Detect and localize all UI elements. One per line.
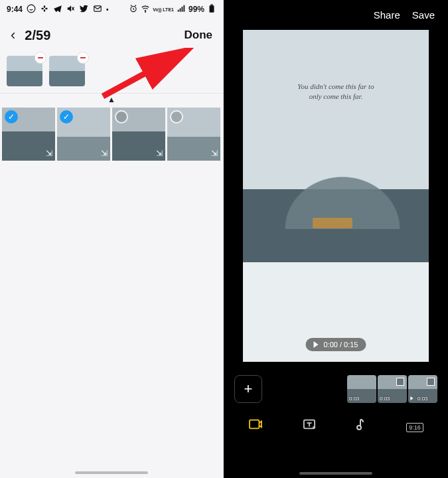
remove-selected-icon[interactable] — [35, 52, 46, 64]
done-button[interactable]: Done — [185, 29, 213, 42]
timeline-clip[interactable]: 0:03 — [347, 375, 376, 403]
preview-area: You didn't come this far to only come th… — [224, 30, 448, 368]
timeline-clip[interactable]: 0:03 — [378, 375, 407, 403]
expand-icon[interactable]: ⇲ — [156, 149, 163, 158]
photo-grid-item[interactable]: ✓ ⇲ — [57, 108, 110, 161]
selected-thumb[interactable] — [7, 56, 42, 86]
home-indicator — [299, 472, 372, 475]
alarm-icon — [129, 4, 138, 15]
play-icon — [410, 396, 413, 400]
clip-duration: 0:03 — [349, 396, 360, 402]
svg-point-19 — [357, 426, 361, 430]
twitter-icon — [80, 4, 89, 15]
signal-icon — [177, 4, 186, 15]
play-icon[interactable] — [314, 341, 319, 348]
clip-strip: 0:03 0:03 0:03 — [347, 375, 437, 403]
clip-duration: 0:03 — [417, 396, 428, 402]
svg-rect-11 — [180, 8, 181, 11]
selected-thumbnails-row — [0, 56, 223, 93]
home-indicator — [75, 471, 148, 474]
status-time: 9:44 — [7, 5, 23, 14]
more-dot-icon: • — [106, 6, 109, 13]
svg-rect-13 — [183, 5, 185, 11]
clip-duration: 0:03 — [380, 396, 390, 402]
photo-grid-item[interactable]: ⇲ — [112, 108, 165, 161]
video-preview[interactable]: You didn't come this far to only come th… — [243, 30, 429, 362]
svg-rect-2 — [45, 7, 48, 9]
svg-rect-12 — [182, 7, 183, 12]
telegram-icon — [53, 4, 62, 15]
add-clip-button[interactable]: + — [234, 375, 262, 403]
unchecked-circle-icon[interactable] — [115, 110, 128, 123]
back-button[interactable]: ‹ — [11, 27, 15, 44]
save-button[interactable]: Save — [412, 9, 435, 21]
editor-header: Share Save — [224, 0, 448, 30]
svg-rect-15 — [210, 4, 213, 5]
svg-rect-17 — [250, 420, 259, 429]
wifi-icon — [141, 4, 150, 15]
lte-label: Vo)) LTE1 — [153, 7, 174, 12]
svg-rect-10 — [178, 9, 179, 11]
remove-selected-icon[interactable] — [77, 52, 89, 64]
expand-icon[interactable]: ⇲ — [46, 149, 52, 158]
svg-point-9 — [145, 11, 146, 12]
selected-thumb[interactable] — [49, 56, 85, 86]
share-button[interactable]: Share — [374, 9, 400, 21]
preview-scenery — [313, 218, 352, 228]
overlay-quote-text: You didn't come this far to only come th… — [243, 82, 429, 102]
photo-grid: ✓ ⇲ ✓ ⇲ ⇲ ⇲ — [0, 106, 223, 163]
picker-header: ‹ 2/59 Done — [0, 19, 223, 56]
photo-picker-screen: 9:44 • — [0, 0, 224, 478]
svg-point-0 — [27, 5, 35, 13]
video-tool-icon[interactable] — [248, 418, 263, 434]
collapse-caret-icon[interactable]: ▲ — [0, 93, 223, 106]
playback-time: 0:00 / 0:15 — [324, 341, 358, 349]
playback-bar[interactable]: 0:00 / 0:15 — [306, 338, 366, 351]
aspect-ratio-button[interactable]: 9:16 — [406, 419, 423, 433]
unchecked-circle-icon[interactable] — [170, 110, 183, 123]
transition-icon[interactable] — [396, 378, 404, 386]
svg-rect-1 — [41, 7, 44, 9]
battery-pct: 99% — [188, 5, 204, 14]
editor-toolbar: 9:16 — [224, 408, 448, 441]
whatsapp-icon — [27, 4, 36, 15]
expand-icon[interactable]: ⇲ — [211, 149, 218, 158]
status-bar: 9:44 • — [0, 0, 223, 19]
transition-icon[interactable] — [427, 378, 435, 386]
selection-counter: 2/59 — [25, 28, 50, 43]
slack-icon — [40, 4, 49, 15]
music-tool-icon[interactable] — [356, 418, 368, 434]
battery-icon — [207, 4, 216, 15]
text-tool-icon[interactable] — [302, 418, 317, 434]
checkmark-icon[interactable]: ✓ — [5, 110, 18, 123]
svg-rect-4 — [44, 9, 45, 12]
video-editor-screen: Share Save You didn't come this far to o… — [224, 0, 448, 478]
photo-grid-item[interactable]: ✓ ⇲ — [2, 108, 55, 161]
timeline-row: + 0:03 0:03 0:03 — [224, 368, 448, 408]
expand-icon[interactable]: ⇲ — [101, 149, 108, 158]
mail-icon — [93, 4, 102, 15]
checkmark-icon[interactable]: ✓ — [60, 110, 73, 123]
svg-rect-3 — [44, 5, 45, 8]
photo-grid-item[interactable]: ⇲ — [167, 108, 220, 161]
timeline-clip[interactable]: 0:03 — [408, 375, 437, 403]
mute-icon — [66, 4, 76, 15]
svg-rect-14 — [210, 5, 214, 12]
